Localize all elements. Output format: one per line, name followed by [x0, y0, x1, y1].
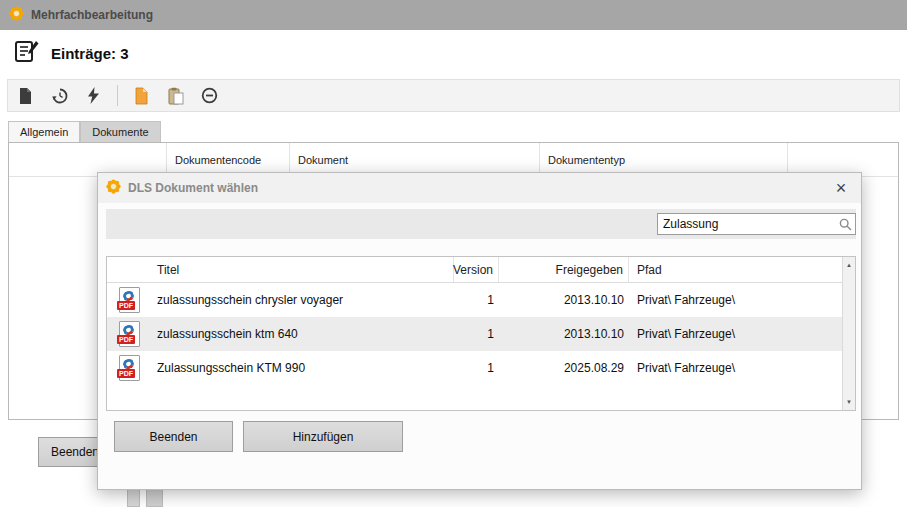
lightning-icon[interactable] — [81, 83, 106, 108]
dialog-toolbar — [106, 209, 856, 239]
toolbar-separator — [117, 85, 118, 106]
search-icon[interactable] — [835, 218, 855, 231]
column-titel[interactable]: Titel — [152, 257, 454, 282]
scroll-up-icon[interactable]: ▲ — [843, 258, 855, 272]
tab-bar: Allgemein Dokumente — [8, 121, 161, 142]
table-row[interactable]: PDF Zulassungsschein KTM 990 1 2025.08.2… — [107, 351, 842, 385]
row-titel: zulassungsschein ktm 640 — [152, 327, 454, 341]
beenden-button[interactable]: Beenden — [114, 421, 233, 452]
column-freigegeben[interactable]: Freigegeben — [499, 257, 629, 282]
column-icon — [107, 257, 152, 282]
orange-document-icon[interactable] — [129, 83, 154, 108]
pdf-file-icon: PDF — [107, 355, 152, 381]
dialog-logo-icon — [106, 179, 121, 198]
app-logo-icon — [9, 6, 24, 25]
partially-visible-element — [146, 489, 163, 507]
table-row-selected[interactable]: PDF zulassungsschein ktm 640 1 2013.10.1… — [107, 317, 842, 351]
scrollbar[interactable]: ▲ ▼ — [842, 257, 855, 410]
history-icon[interactable] — [47, 83, 72, 108]
document-icon[interactable] — [13, 83, 38, 108]
entries-count-label: Einträge: 3 — [51, 45, 129, 62]
search-box — [657, 213, 856, 235]
app-window: Mehrfachbearbeitung Einträge: 3 — [0, 0, 907, 507]
dialog-results-table: Titel Version Freigegeben Pfad PDF zulas… — [106, 256, 856, 411]
dialog-titlebar[interactable]: DLS Dokument wählen — [98, 173, 861, 203]
search-input[interactable] — [658, 217, 835, 231]
row-version: 1 — [454, 293, 499, 307]
entries-header: Einträge: 3 — [13, 38, 129, 68]
row-pfad: Privat\ Fahrzeuge\ — [629, 361, 842, 375]
pdf-file-icon: PDF — [107, 321, 152, 347]
row-version: 1 — [454, 361, 499, 375]
row-version: 1 — [454, 327, 499, 341]
paste-icon[interactable] — [163, 83, 188, 108]
entries-list-edit-icon — [13, 38, 39, 68]
row-freigegeben: 2013.10.10 — [499, 293, 629, 307]
column-pfad[interactable]: Pfad — [629, 257, 842, 282]
partially-visible-element — [127, 489, 140, 507]
scroll-down-icon[interactable]: ▼ — [843, 395, 855, 409]
row-pfad: Privat\ Fahrzeuge\ — [629, 293, 842, 307]
tab-dokumente[interactable]: Dokumente — [80, 121, 160, 142]
row-freigegeben: 2013.10.10 — [499, 327, 629, 341]
dialog-button-row: Beenden Hinzufügen — [114, 421, 403, 452]
dialog-title: DLS Dokument wählen — [128, 181, 258, 195]
pdf-file-icon: PDF — [107, 287, 152, 313]
column-version[interactable]: Version — [454, 257, 499, 282]
table-row[interactable]: PDF zulassungsschein chrysler voyager 1 … — [107, 283, 842, 317]
hinzufuegen-button[interactable]: Hinzufügen — [243, 421, 403, 452]
window-title: Mehrfachbearbeitung — [31, 8, 153, 22]
results-table-header: Titel Version Freigegeben Pfad — [107, 257, 842, 283]
dls-document-dialog: DLS Dokument wählen × Titel Version Frei… — [97, 172, 862, 490]
close-icon[interactable]: × — [829, 176, 853, 200]
window-titlebar[interactable]: Mehrfachbearbeitung — [0, 0, 907, 30]
row-freigegeben: 2025.08.29 — [499, 361, 629, 375]
row-titel: zulassungsschein chrysler voyager — [152, 293, 454, 307]
main-toolbar — [7, 79, 900, 112]
remove-icon[interactable] — [197, 83, 222, 108]
row-titel: Zulassungsschein KTM 990 — [152, 361, 454, 375]
row-pfad: Privat\ Fahrzeuge\ — [629, 327, 842, 341]
tab-allgemein[interactable]: Allgemein — [8, 121, 80, 142]
